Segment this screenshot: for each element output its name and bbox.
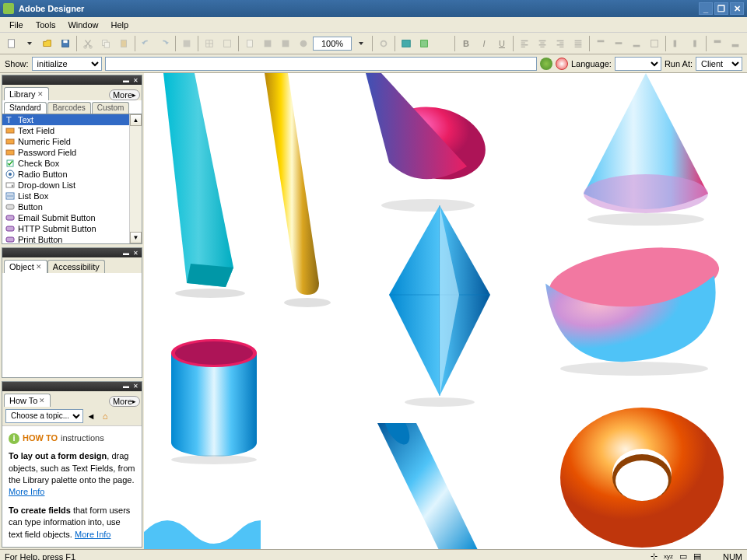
underline-button[interactable]: U bbox=[493, 35, 510, 52]
paste-button[interactable] bbox=[115, 35, 132, 52]
tool-a[interactable] bbox=[241, 35, 258, 52]
panel-collapse-icon[interactable]: ▬ bbox=[121, 249, 131, 257]
library-item[interactable]: Drop-down List bbox=[2, 180, 142, 191]
tool-f[interactable] bbox=[416, 35, 433, 52]
bold-button[interactable]: B bbox=[458, 35, 475, 52]
subtab-barcodes[interactable]: Barcodes bbox=[47, 102, 91, 114]
dist-d[interactable] bbox=[727, 35, 744, 52]
script-field[interactable] bbox=[105, 57, 537, 71]
panel-collapse-icon[interactable]: ▬ bbox=[121, 383, 131, 390]
shape-magenta-cone[interactable] bbox=[342, 73, 490, 221]
restore-button[interactable]: ❐ bbox=[714, 2, 728, 15]
italic-button[interactable]: I bbox=[475, 35, 493, 52]
shape-diamond[interactable] bbox=[381, 201, 498, 411]
library-item[interactable]: TText bbox=[2, 114, 142, 125]
grid2-button[interactable] bbox=[219, 35, 236, 52]
valign-mid[interactable] bbox=[610, 35, 627, 52]
library-item[interactable]: List Box bbox=[2, 191, 142, 201]
menu-window[interactable]: Window bbox=[61, 19, 104, 31]
tool-d[interactable] bbox=[295, 35, 312, 52]
shape-cylinder[interactable] bbox=[160, 334, 268, 466]
library-tab[interactable]: Library✕ bbox=[4, 87, 49, 100]
scroll-down-icon[interactable]: ▼ bbox=[130, 232, 142, 243]
valign-bot[interactable] bbox=[628, 35, 645, 52]
panel-close-icon[interactable]: ✕ bbox=[131, 249, 140, 257]
close-button[interactable]: ✕ bbox=[730, 2, 744, 15]
library-item[interactable]: Password Field bbox=[2, 147, 142, 158]
save-button[interactable] bbox=[57, 35, 74, 52]
align-right-button[interactable] bbox=[552, 35, 569, 52]
menu-file[interactable]: File bbox=[3, 19, 30, 31]
align-center-button[interactable] bbox=[534, 35, 551, 52]
tab-close-icon[interactable]: ✕ bbox=[36, 263, 42, 271]
howto-back-button[interactable]: ◄ bbox=[85, 410, 97, 422]
shape-torus[interactable] bbox=[556, 400, 728, 549]
library-item[interactable]: HTTP Submit Button bbox=[2, 223, 142, 234]
new-button[interactable] bbox=[3, 35, 20, 52]
library-item[interactable]: Radio Button bbox=[2, 169, 142, 180]
svg-rect-27 bbox=[6, 139, 14, 144]
zoom-dropdown[interactable] bbox=[352, 35, 370, 52]
valign-d[interactable] bbox=[646, 35, 663, 52]
howto-more-button[interactable]: More ▸ bbox=[109, 396, 140, 407]
tool-b[interactable] bbox=[259, 35, 276, 52]
language-select[interactable] bbox=[615, 57, 661, 71]
undo-button[interactable] bbox=[138, 35, 155, 52]
shape-gold-rod[interactable] bbox=[257, 73, 335, 314]
panel-close-icon[interactable]: ✕ bbox=[131, 76, 140, 84]
howto-home-button[interactable]: ⌂ bbox=[99, 410, 111, 422]
library-button[interactable] bbox=[178, 35, 195, 52]
accessibility-tab[interactable]: Accessibility bbox=[47, 260, 105, 273]
zoom-field[interactable] bbox=[313, 37, 352, 51]
grid-button[interactable] bbox=[201, 35, 218, 52]
object-tab[interactable]: Object✕ bbox=[4, 260, 47, 273]
dist-c[interactable] bbox=[709, 35, 726, 52]
library-item[interactable]: Numeric Field bbox=[2, 136, 142, 147]
library-more-button[interactable]: More ▸ bbox=[109, 89, 140, 100]
library-item[interactable]: Button bbox=[2, 201, 142, 212]
panel-close-icon[interactable]: ✕ bbox=[131, 383, 140, 390]
howto-ctlbar: ▬ ✕ bbox=[2, 382, 142, 391]
library-item[interactable]: Text Field bbox=[2, 125, 142, 136]
pdf-preview-button[interactable] bbox=[398, 35, 415, 52]
shape-hemisphere[interactable] bbox=[541, 240, 728, 380]
validate-button[interactable] bbox=[540, 58, 552, 70]
library-item[interactable]: Email Submit Button bbox=[2, 212, 142, 223]
cancel-script-button[interactable] bbox=[556, 58, 568, 70]
justify-button[interactable] bbox=[570, 35, 587, 52]
menu-tools[interactable]: Tools bbox=[30, 19, 62, 31]
tab-close-icon[interactable]: ✕ bbox=[37, 90, 44, 98]
shape-prism[interactable] bbox=[148, 73, 249, 299]
more-info-link[interactable]: More Info bbox=[75, 530, 110, 539]
dist-a[interactable] bbox=[668, 35, 686, 52]
cut-button[interactable] bbox=[79, 35, 96, 52]
canvas[interactable] bbox=[144, 73, 747, 549]
library-item[interactable]: Print Button bbox=[2, 234, 142, 243]
more-info-link[interactable]: More Info bbox=[9, 487, 44, 496]
shape-wave[interactable] bbox=[144, 509, 261, 549]
copy-button[interactable] bbox=[97, 35, 114, 52]
howto-topic-select[interactable]: Choose a topic... bbox=[5, 409, 83, 423]
menu-help[interactable]: Help bbox=[105, 19, 135, 31]
shape-tube[interactable] bbox=[338, 423, 479, 549]
howto-tab[interactable]: How To✕ bbox=[4, 394, 51, 407]
panel-collapse-icon[interactable]: ▬ bbox=[121, 76, 131, 84]
subtab-custom[interactable]: Custom bbox=[92, 102, 129, 114]
dist-b[interactable] bbox=[686, 35, 703, 52]
new-dropdown[interactable] bbox=[21, 35, 38, 52]
align-left-button[interactable] bbox=[516, 35, 533, 52]
open-button[interactable] bbox=[39, 35, 56, 52]
tab-close-icon[interactable]: ✕ bbox=[39, 397, 45, 404]
redo-button[interactable] bbox=[156, 35, 173, 52]
show-select[interactable]: initialize bbox=[32, 57, 102, 71]
tool-e[interactable] bbox=[375, 35, 392, 52]
scroll-up-icon[interactable]: ▲ bbox=[130, 114, 142, 126]
tool-c[interactable] bbox=[277, 35, 294, 52]
subtab-standard[interactable]: Standard bbox=[4, 102, 47, 114]
shape-blue-cone[interactable] bbox=[572, 73, 720, 229]
runat-select[interactable]: Client bbox=[696, 57, 742, 71]
valign-top[interactable] bbox=[592, 35, 609, 52]
library-item[interactable]: Check Box bbox=[2, 158, 142, 169]
library-scrollbar[interactable]: ▲ ▼ bbox=[129, 114, 142, 243]
minimize-button[interactable]: _ bbox=[699, 2, 713, 15]
